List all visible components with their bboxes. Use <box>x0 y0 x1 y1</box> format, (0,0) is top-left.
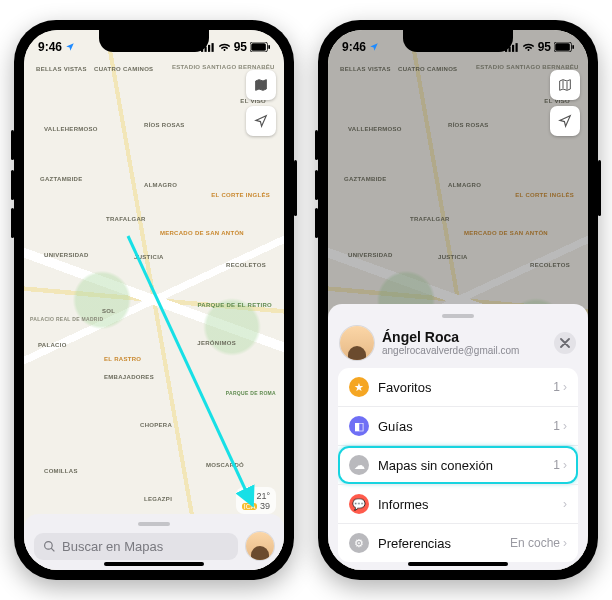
svg-rect-16 <box>572 45 574 49</box>
map-layers-icon <box>253 77 269 93</box>
locate-button[interactable] <box>246 106 276 136</box>
menu-label: Mapas sin conexión <box>378 458 544 473</box>
profile-sheet[interactable]: Ángel Roca angelrocavalverde@gmail.com ★… <box>328 304 588 570</box>
map-label: GAZTAMBIDE <box>344 176 387 182</box>
map-label: CUATRO CAMINOS <box>398 66 457 72</box>
svg-rect-5 <box>251 43 266 51</box>
profile-email: angelrocavalverde@gmail.com <box>382 345 546 357</box>
chevron-right-icon: › <box>563 380 567 394</box>
map-label: LEGAZPI <box>144 496 172 502</box>
map-label: UNIVERSIDAD <box>44 252 89 258</box>
wifi-icon <box>522 42 535 52</box>
notch <box>403 30 513 52</box>
menu-meta: 1 <box>553 380 560 394</box>
menu-meta: 1 <box>553 419 560 433</box>
svg-line-8 <box>51 548 54 551</box>
menu-label: Preferencias <box>378 536 501 551</box>
map-poi: Parque de Roma <box>226 390 276 396</box>
map-mode-button[interactable] <box>550 70 580 100</box>
profile-avatar <box>340 326 374 360</box>
sun-icon: ☀︎ <box>244 489 254 501</box>
notch <box>99 30 209 52</box>
menu-row-preferencias[interactable]: ⚙︎ Preferencias En coche› <box>338 523 578 562</box>
map-poi: El Corte Inglés <box>211 192 270 198</box>
location-services-icon <box>65 42 75 52</box>
map-label: RÍOS ROSAS <box>144 122 185 128</box>
menu-row-favoritos[interactable]: ★ Favoritos 1› <box>338 368 578 406</box>
close-button[interactable] <box>554 332 576 354</box>
map-label: BELLAS VISTAS <box>36 66 87 72</box>
menu-label: Guías <box>378 419 544 434</box>
svg-rect-2 <box>208 44 210 51</box>
screen-1: 9:46 95 BELLAS VISTAS CUATRO CAMINOS EST… <box>24 30 284 570</box>
map-poi: Mercado de San Antón <box>464 230 548 236</box>
chevron-right-icon: › <box>563 497 567 511</box>
map-label: JUSTICIA <box>134 254 164 260</box>
search-icon <box>43 540 56 553</box>
map-mode-button[interactable] <box>246 70 276 100</box>
map-controls <box>246 70 276 136</box>
panel-grabber[interactable] <box>442 314 474 318</box>
map-label: PARQUE DE EL RETIRO <box>198 302 273 308</box>
map-poi: El Corte Inglés <box>515 192 574 198</box>
menu-row-mapas-sin-conexion[interactable]: ☁︎ Mapas sin conexión 1› <box>338 445 578 484</box>
map-label: RECOLETOS <box>530 262 570 268</box>
map-label: TRAFALGAR <box>410 216 450 222</box>
location-arrow-icon <box>254 114 268 128</box>
profile-name: Ángel Roca <box>382 329 546 345</box>
menu-label: Favoritos <box>378 380 544 395</box>
map-label: SOL <box>102 308 115 314</box>
star-icon: ★ <box>349 377 369 397</box>
map-label: EMBAJADORES <box>104 374 154 380</box>
status-time: 9:46 <box>38 40 62 54</box>
map-layers-icon <box>557 77 573 93</box>
map-label: RECOLETOS <box>226 262 266 268</box>
search-input[interactable]: Buscar en Mapas <box>34 533 238 560</box>
menu-row-guias[interactable]: ◧ Guías 1› <box>338 406 578 445</box>
home-indicator[interactable] <box>104 562 204 566</box>
map-label: TRAFALGAR <box>106 216 146 222</box>
panel-grabber[interactable] <box>138 522 170 526</box>
profile-avatar-button[interactable] <box>246 532 274 560</box>
map-label: CUATRO CAMINOS <box>94 66 153 72</box>
home-indicator[interactable] <box>408 562 508 566</box>
phone-frame-1: 9:46 95 BELLAS VISTAS CUATRO CAMINOS EST… <box>14 20 294 580</box>
map-poi: El Rastro <box>104 356 141 362</box>
map-label: JUSTICIA <box>438 254 468 260</box>
map-label: BELLAS VISTAS <box>340 66 391 72</box>
battery-percent: 95 <box>538 40 551 54</box>
profile-menu: ★ Favoritos 1› ◧ Guías 1› ☁︎ Mapas sin c… <box>338 368 578 562</box>
cloud-icon: ☁︎ <box>349 455 369 475</box>
map-label: UNIVERSIDAD <box>348 252 393 258</box>
svg-rect-13 <box>515 43 517 52</box>
map-label: COMILLAS <box>44 468 78 474</box>
svg-point-7 <box>45 541 53 549</box>
map-label: MOSCARDÓ <box>206 462 244 468</box>
map-label: CHOPERA <box>140 422 172 428</box>
svg-rect-3 <box>211 43 213 52</box>
location-services-icon <box>369 42 379 52</box>
battery-percent: 95 <box>234 40 247 54</box>
map-poi: Mercado de San Antón <box>160 230 244 236</box>
aqi-value: 39 <box>260 501 270 511</box>
map-label: VALLEHERMOSO <box>348 126 402 132</box>
location-arrow-icon <box>558 114 572 128</box>
svg-rect-15 <box>555 43 570 51</box>
map-label: ALMAGRO <box>144 182 177 188</box>
screen-2: 9:46 95 BELLAS VISTAS CUATRO CAMINOS EST… <box>328 30 588 570</box>
map-label: RÍOS ROSAS <box>448 122 489 128</box>
map-label: PALACIO <box>38 342 67 348</box>
close-icon <box>560 338 570 348</box>
chevron-right-icon: › <box>563 419 567 433</box>
map-label: GAZTAMBIDE <box>40 176 83 182</box>
map-label: VALLEHERMOSO <box>44 126 98 132</box>
svg-rect-12 <box>512 44 514 51</box>
guides-icon: ◧ <box>349 416 369 436</box>
status-time: 9:46 <box>342 40 366 54</box>
weather-widget[interactable]: ☀︎ 21° ICA 39 <box>236 487 276 514</box>
map-controls <box>550 70 580 136</box>
locate-button[interactable] <box>550 106 580 136</box>
map-label: JERÓNIMOS <box>197 340 236 346</box>
map-label: ALMAGRO <box>448 182 481 188</box>
menu-row-informes[interactable]: 💬 Informes › <box>338 484 578 523</box>
